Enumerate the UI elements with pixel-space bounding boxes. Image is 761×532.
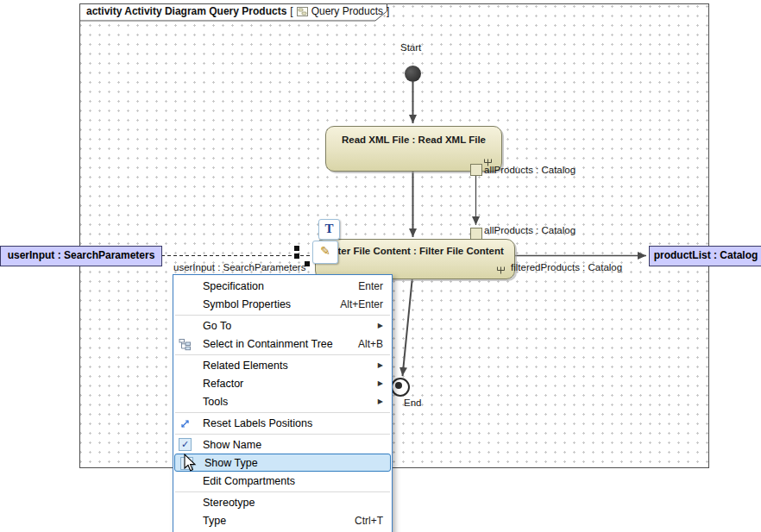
initial-node[interactable] [405, 66, 421, 82]
menu-item-label: Refactor [203, 378, 243, 390]
menu-separator [175, 412, 390, 413]
menu-item-shortcut: Enter [358, 280, 383, 292]
menu-item-shortcut: Alt+Enter [340, 298, 383, 310]
output-pin-label[interactable]: allProducts : Catalog [484, 165, 575, 175]
activity-diagram-icon [297, 7, 308, 16]
menu-item-shortcut: Ctrl+T [355, 515, 383, 527]
start-node-label[interactable]: Start [400, 42, 421, 53]
submenu-arrow-icon: ▶ [378, 379, 383, 387]
diagram-title-text: activity Activity Diagram Query Products [86, 5, 286, 17]
context-menu: Specification Enter Symbol Properties Al… [173, 274, 393, 532]
reset-labels-icon [178, 416, 192, 430]
menu-item-shortcut: Alt+B [358, 338, 383, 350]
menu-item-related-elements[interactable]: Related Elements ▶ [173, 356, 392, 374]
menu-separator [175, 354, 390, 355]
text-tool-button[interactable]: T [318, 219, 340, 240]
mouse-cursor-icon [184, 454, 198, 476]
menu-item-label: Type [203, 515, 226, 527]
diagram-name-text: Query Products [311, 5, 383, 17]
flow-label-userinput[interactable]: userInput : SearchParameters [173, 262, 305, 272]
menu-item-label: Go To [203, 320, 231, 332]
magicdraw-diagram-canvas: activity Activity Diagram Query Products… [0, 0, 761, 532]
submenu-arrow-icon: ▶ [378, 397, 383, 405]
checkbox-checked-icon: ✓ [179, 438, 192, 451]
containment-tree-icon [178, 337, 192, 351]
object-node-productlist[interactable]: productList : Catalog [649, 246, 761, 266]
menu-item-show-name[interactable]: ✓ Show Name [173, 435, 392, 454]
menu-item-label: Specification [203, 280, 264, 292]
rake-icon [496, 266, 506, 276]
menu-item-label: Edit Compartments [203, 475, 295, 487]
menu-item-label: Show Type [204, 457, 258, 469]
flow-label-filteredproducts[interactable]: filteredProducts : Catalog [511, 262, 622, 272]
input-pin-allproducts[interactable] [470, 228, 482, 240]
menu-item-select-in-containment-tree[interactable]: Select in Containment Tree Alt+B [173, 335, 392, 353]
menu-item-tools[interactable]: Tools ▶ [173, 392, 392, 410]
menu-item-stereotype[interactable]: Stereotype [173, 493, 392, 511]
bracket-close: ] [387, 5, 389, 17]
edit-tool-button[interactable]: ✎ [312, 241, 338, 264]
action-read-label: Read XML File : Read XML File [342, 135, 486, 145]
menu-item-symbol-properties[interactable]: Symbol Properties Alt+Enter [173, 295, 392, 313]
output-pin-allproducts[interactable] [470, 164, 482, 176]
submenu-arrow-icon: ▶ [378, 361, 383, 369]
menu-separator [175, 491, 390, 492]
menu-item-edit-compartments[interactable]: Edit Compartments [173, 472, 392, 490]
menu-separator [175, 315, 390, 316]
bracket-open: [ [290, 5, 292, 17]
activity-final-node[interactable] [391, 378, 410, 397]
menu-item-type[interactable]: Type Ctrl+T [173, 511, 392, 529]
menu-item-label: Select in Containment Tree [203, 338, 333, 350]
menu-item-label: Show Name [203, 439, 261, 451]
menu-item-label: Stereotype [203, 497, 255, 509]
menu-separator [175, 434, 390, 435]
menu-item-reset-labels-positions[interactable]: Reset Labels Positions [173, 414, 392, 432]
end-node-label[interactable]: End [404, 397, 421, 408]
diagram-title: activity Activity Diagram Query Products… [86, 5, 389, 17]
menu-item-show-type[interactable]: ✓ Show Type [174, 454, 391, 472]
object-node-userinput[interactable]: userInput : SearchParameters [0, 246, 162, 266]
object-node-userinput-label: userInput : SearchParameters [8, 249, 155, 261]
menu-item-specification[interactable]: Specification Enter [173, 277, 392, 295]
object-node-productlist-label: productList : Catalog [654, 249, 758, 261]
menu-item-label: Symbol Properties [203, 298, 291, 310]
menu-item-go-to[interactable]: Go To ▶ [173, 316, 392, 335]
input-pin-label[interactable]: allProducts : Catalog [484, 225, 575, 235]
menu-item-label: Reset Labels Positions [203, 417, 312, 429]
submenu-arrow-icon: ▶ [378, 322, 383, 329]
action-filter-label: Filter File Content : Filter File Conten… [326, 246, 504, 256]
menu-item-label: Tools [203, 396, 228, 408]
action-filter-file-content[interactable]: Filter File Content : Filter File Conten… [315, 239, 515, 279]
menu-item-refactor[interactable]: Refactor ▶ [173, 374, 392, 392]
menu-item-label: Related Elements [203, 360, 288, 372]
